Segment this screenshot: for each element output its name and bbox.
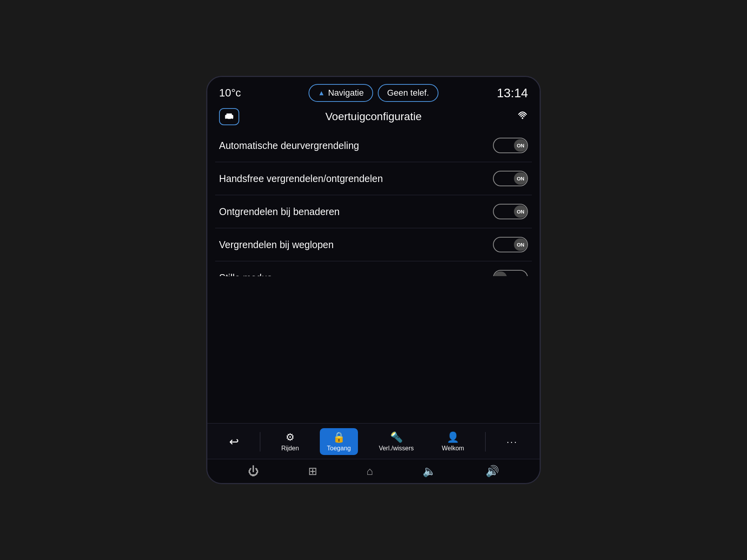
tab-toegang[interactable]: 🔒 Toegang	[320, 428, 358, 455]
toggle-handsfree[interactable]: ON	[493, 171, 528, 186]
svg-rect-1	[226, 114, 232, 116]
bottom-tab-bar: ↩ ⚙ Rijden 🔒 Toegang 🔦 Verl./wissers 👤 W…	[207, 423, 540, 459]
tab-welkom-icon: 👤	[447, 431, 459, 443]
spacer	[207, 276, 540, 423]
setting-lock-leave-label: Vergrendelen bij weglopen	[219, 239, 334, 250]
grid-button[interactable]: ⊞	[308, 465, 317, 478]
tab-verl-wissers[interactable]: 🔦 Verl./wissers	[372, 428, 421, 455]
toggle-auto-lock[interactable]: ON	[493, 138, 528, 153]
tab-rijden-icon: ⚙	[286, 431, 295, 443]
setting-silent-mode[interactable]: Stille modus OFF	[215, 261, 532, 276]
page-title: Voertuigconfiguratie	[325, 110, 422, 123]
setting-handsfree[interactable]: Handsfree vergrendelen/ontgrendelen ON	[215, 162, 532, 195]
back-icon-button[interactable]	[219, 108, 239, 125]
system-bar: ⏻ ⊞ ⌂ 🔈 🔊	[207, 459, 540, 483]
svg-point-2	[226, 119, 228, 121]
tab-toegang-label: Toegang	[327, 445, 351, 452]
svg-point-4	[522, 117, 523, 119]
tab-welkom[interactable]: 👤 Welkom	[435, 428, 471, 455]
setting-unlock-approach-label: Ontgrendelen bij benaderen	[219, 206, 340, 217]
volume-up-button[interactable]: 🔊	[486, 465, 499, 478]
power-button[interactable]: ⏻	[248, 465, 259, 478]
clock-display: 13:14	[497, 86, 528, 100]
svg-point-3	[231, 119, 233, 121]
setting-auto-lock[interactable]: Automatische deurvergrendeling ON	[215, 129, 532, 162]
toggle-silent-mode[interactable]: OFF	[493, 270, 528, 276]
wifi-icon	[517, 111, 528, 123]
tab-rijden-label: Rijden	[281, 445, 299, 452]
toggle-handsfree-thumb: ON	[514, 172, 527, 185]
second-bar: Voertuigconfiguratie	[207, 106, 540, 129]
nav-arrow-icon: ▲	[318, 89, 325, 97]
setting-lock-leave[interactable]: Vergrendelen bij weglopen ON	[215, 228, 532, 261]
setting-handsfree-label: Handsfree vergrendelen/ontgrendelen	[219, 173, 383, 184]
toggle-lock-leave[interactable]: ON	[493, 237, 528, 252]
tab-separator-left	[260, 432, 260, 452]
setting-unlock-approach[interactable]: Ontgrendelen bij benaderen ON	[215, 195, 532, 228]
setting-silent-mode-label: Stille modus	[219, 272, 272, 276]
top-bar: 10°c ▲ Navigatie Geen telef. 13:14	[207, 77, 540, 106]
settings-list: Automatische deurvergrendeling ON Handsf…	[207, 129, 540, 276]
tab-rijden[interactable]: ⚙ Rijden	[274, 428, 306, 455]
tab-back-button[interactable]: ↩	[222, 432, 246, 452]
toggle-auto-lock-thumb: ON	[514, 139, 527, 152]
tab-verl-wissers-icon: 🔦	[390, 431, 403, 443]
temperature-display: 10°c	[219, 87, 250, 99]
tab-more-button[interactable]: ···	[500, 433, 525, 450]
navigation-button[interactable]: ▲ Navigatie	[309, 84, 373, 102]
toggle-silent-mode-thumb: OFF	[494, 271, 507, 276]
tab-verl-wissers-label: Verl./wissers	[379, 445, 414, 452]
home-button[interactable]: ⌂	[366, 465, 373, 478]
tab-welkom-label: Welkom	[442, 445, 464, 452]
toggle-unlock-approach-thumb: ON	[514, 205, 527, 218]
tab-separator-right	[485, 432, 486, 452]
main-screen: 10°c ▲ Navigatie Geen telef. 13:14 Voert…	[206, 76, 541, 484]
phone-button[interactable]: Geen telef.	[378, 84, 438, 102]
car-icon	[224, 111, 235, 122]
tab-toegang-icon: 🔒	[333, 431, 345, 443]
toggle-unlock-approach[interactable]: ON	[493, 204, 528, 219]
nav-buttons: ▲ Navigatie Geen telef.	[309, 84, 438, 102]
setting-auto-lock-label: Automatische deurvergrendeling	[219, 140, 359, 151]
volume-down-button[interactable]: 🔈	[423, 465, 436, 478]
toggle-lock-leave-thumb: ON	[514, 238, 527, 251]
